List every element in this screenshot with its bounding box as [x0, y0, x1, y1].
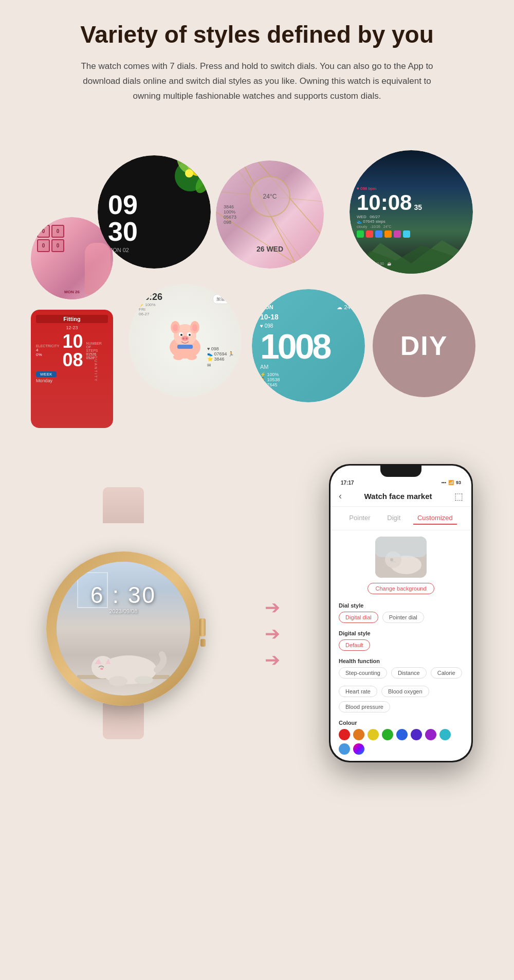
color-blue[interactable] — [396, 729, 408, 740]
svg-point-23 — [182, 337, 185, 340]
diy-label: DIY — [400, 330, 448, 361]
phone-body: 17:17 ▪▪▪ 📶 93 ‹ Watch face market ⬚ — [329, 464, 473, 762]
back-button[interactable]: ‹ — [339, 491, 342, 502]
blood-pressure-button[interactable]: Blood pressure — [339, 701, 390, 712]
dial-style-label: Dial style — [339, 602, 463, 609]
distance-button[interactable]: Distance — [391, 667, 427, 679]
color-options — [339, 729, 463, 755]
tab-customized[interactable]: Customized — [413, 512, 457, 525]
dial-2-date: MON 02 — [108, 247, 138, 253]
svg-point-20 — [180, 334, 182, 336]
watch-container: 6 : 30 2023/09/08 — [31, 487, 216, 739]
color-purple[interactable] — [425, 729, 436, 740]
color-rainbow[interactable] — [353, 743, 364, 755]
watch-button — [200, 639, 206, 647]
svg-point-27 — [187, 354, 197, 360]
digital-style-options: Default — [339, 639, 463, 651]
arrow-1: ➔ — [265, 598, 280, 617]
page-title: Variety of styles defined by you — [31, 21, 483, 49]
watch-crown — [199, 618, 206, 636]
page-wrapper: Variety of styles defined by you The wat… — [0, 0, 514, 783]
color-green[interactable] — [382, 729, 393, 740]
color-red[interactable] — [339, 729, 350, 740]
image-preview — [375, 537, 427, 578]
svg-point-35 — [100, 668, 103, 670]
svg-point-30 — [91, 656, 114, 679]
svg-point-16 — [173, 324, 178, 331]
dial-diy[interactable]: DIY — [373, 294, 475, 397]
dial-7[interactable]: MON ☁ 24°C 10-18 ♥ 098 1008 AM ⚡ 100% 🏃 … — [252, 289, 365, 402]
watch-date: 2023/09/08 — [90, 608, 156, 614]
digital-style-label: Digital style — [339, 630, 463, 636]
svg-point-21 — [189, 334, 191, 336]
svg-rect-25 — [177, 345, 193, 349]
health-function-options-2: Heart rate Blood oxygen Blood pressure — [339, 686, 463, 712]
phone-container: 17:17 ▪▪▪ 📶 93 ‹ Watch face market ⬚ — [329, 464, 483, 762]
dial-3[interactable]: 24°C 26 WED 3846100%05673098 — [216, 161, 324, 269]
color-teal[interactable] — [439, 729, 451, 740]
arrow-3: ➔ — [265, 651, 280, 669]
phone-screen: 17:17 ▪▪▪ 📶 93 ‹ Watch face market ⬚ — [331, 466, 471, 761]
tab-pointer[interactable]: Pointer — [345, 512, 374, 525]
signal-icon: ▪▪▪ — [441, 480, 446, 485]
color-yellow[interactable] — [368, 729, 379, 740]
calorie-button[interactable]: Calorie — [431, 667, 462, 679]
phone-header: ‹ Watch face market ⬚ — [331, 487, 471, 507]
default-style-button[interactable]: Default — [339, 639, 370, 651]
svg-point-17 — [192, 324, 197, 331]
svg-point-43 — [390, 558, 393, 561]
heart-rate-button[interactable]: Heart rate — [339, 686, 377, 697]
watch-time-display: 6 : 30 2023/09/08 — [90, 582, 156, 614]
dial-2[interactable]: 🐠 09 30 MON 02 — [98, 155, 211, 269]
dial-5[interactable]: Fitting 12-23 ELECTRICITY 40% 10 08 NUMB… — [31, 310, 113, 428]
watch-screen: 6 : 30 2023/09/08 — [57, 562, 190, 696]
phone-time: 17:17 — [341, 480, 354, 486]
tab-digit[interactable]: Digit — [383, 512, 405, 525]
svg-point-37 — [135, 676, 153, 684]
dial-style-options: Digital dial Pointer dial — [339, 612, 463, 623]
svg-point-4 — [185, 169, 193, 177]
color-light-blue[interactable] — [339, 743, 350, 755]
arrow-2: ➔ — [265, 625, 280, 643]
watch-band-bottom — [103, 703, 144, 739]
phone-screen-title: Watch face market — [364, 492, 432, 501]
svg-point-24 — [186, 337, 188, 340]
color-indigo[interactable] — [411, 729, 422, 740]
save-button[interactable]: ⬚ — [454, 491, 463, 502]
phone-status-bar: 17:17 ▪▪▪ 📶 93 — [331, 477, 471, 487]
wifi-icon: 📶 — [448, 480, 454, 485]
health-function-options: Step-counting Distance Calorie — [339, 667, 463, 679]
battery-indicator: 93 — [456, 480, 461, 485]
change-background-button[interactable]: Change background — [368, 583, 434, 594]
watch-band-top — [103, 487, 144, 523]
dial-4[interactable]: ♥ 098 bpm 10:08 35 WED 06/27 👟 07645 ste… — [350, 150, 473, 274]
header-section: Variety of styles defined by you The wat… — [31, 21, 483, 104]
svg-point-26 — [173, 354, 183, 360]
step-counting-button[interactable]: Step-counting — [339, 667, 387, 679]
arrows-section: ➔ ➔ ➔ — [265, 557, 280, 669]
dial-1-date: MON 26 — [64, 290, 80, 294]
phone-tabs: Pointer Digit Customized — [331, 507, 471, 530]
watch-bg — [57, 562, 190, 696]
dials-section: MON 26 0 0 0 0 — [31, 124, 483, 443]
blood-oxygen-button[interactable]: Blood oxygen — [381, 686, 429, 697]
svg-rect-44 — [375, 537, 427, 557]
phone-content: Change background Dial style Digital dia… — [331, 530, 471, 761]
bottom-section: 6 : 30 2023/09/08 ➔ ➔ ➔ — [31, 464, 483, 762]
pointer-dial-button[interactable]: Pointer dial — [382, 612, 424, 623]
watch-body: 6 : 30 2023/09/08 — [46, 551, 200, 706]
digital-dial-button[interactable]: Digital dial — [339, 612, 378, 623]
color-orange[interactable] — [353, 729, 364, 740]
health-function-label: Health function — [339, 658, 463, 664]
svg-point-36 — [109, 676, 127, 686]
dial-6[interactable]: 08:26 ⚡ 100% FRI06-27 加油！ — [128, 284, 242, 397]
page-description: The watch comes with 7 dials. Press and … — [77, 59, 437, 104]
colour-label: Colour — [339, 720, 463, 726]
watch-time: 6 : 30 — [90, 582, 156, 608]
phone-status-right: ▪▪▪ 📶 93 — [441, 480, 461, 486]
phone-notch — [380, 466, 421, 477]
